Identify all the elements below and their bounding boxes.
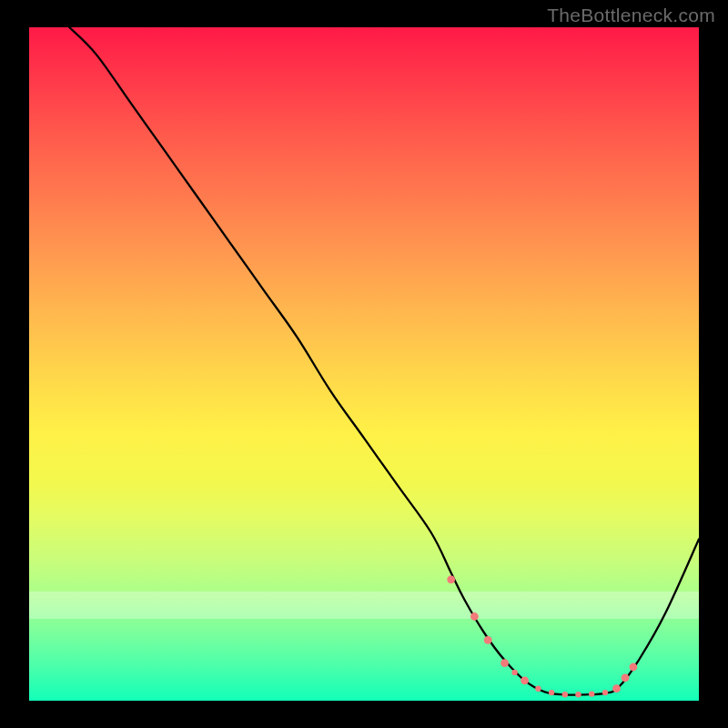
chart-plot-area xyxy=(29,27,699,701)
watermark-label: TheBottleneck.com xyxy=(547,5,715,26)
